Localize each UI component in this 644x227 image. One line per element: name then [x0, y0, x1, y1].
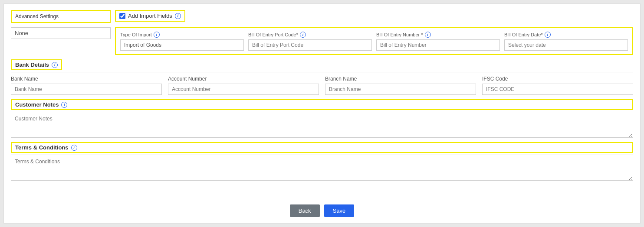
account-number-label: Account Number	[168, 76, 319, 82]
bank-fields-row: Bank Name Account Number Branch Name IFS…	[11, 76, 633, 95]
bill-of-entry-port-code-info-icon[interactable]: i	[300, 32, 306, 38]
bill-of-entry-port-code-group: Bill Of Entry Port Code* i	[248, 32, 372, 51]
ifsc-code-input[interactable]	[482, 84, 633, 95]
bank-name-group: Bank Name	[11, 76, 162, 95]
add-import-fields-box: Add Import Fields i	[115, 10, 185, 22]
bank-name-label: Bank Name	[11, 76, 162, 82]
customer-notes-info-icon[interactable]: i	[61, 102, 67, 108]
customer-notes-header: Customer Notes i	[11, 99, 633, 110]
account-number-input[interactable]	[168, 84, 319, 95]
terms-conditions-info-icon[interactable]: i	[71, 145, 77, 151]
import-fields-outline: Type Of Import i Import of Goods Import …	[115, 27, 633, 55]
terms-conditions-section: Terms & Conditions i	[11, 142, 633, 181]
back-button[interactable]: Back	[290, 204, 320, 217]
bill-of-entry-number-info-icon[interactable]: i	[425, 32, 431, 38]
settings-fields-row: None Option 1 Option 2 Type Of Import i …	[11, 27, 633, 55]
bill-of-entry-number-label: Bill Of Entry Number * i	[376, 32, 500, 38]
customer-notes-textarea[interactable]	[11, 112, 633, 138]
terms-conditions-textarea[interactable]	[11, 155, 633, 181]
type-of-import-label: Type Of Import i	[120, 32, 244, 38]
bank-details-section: Bank Details i Bank Name Account Number …	[11, 59, 633, 95]
bill-of-entry-number-group: Bill Of Entry Number * i	[376, 32, 500, 51]
bill-of-entry-date-info-icon[interactable]: i	[545, 32, 551, 38]
branch-name-label: Branch Name	[325, 76, 476, 82]
bank-name-input[interactable]	[11, 84, 162, 95]
branch-name-input[interactable]	[325, 84, 476, 95]
bill-of-entry-port-code-input[interactable]	[248, 39, 372, 51]
bill-of-entry-date-input[interactable]	[504, 39, 628, 51]
top-row: Advanced Settings Add Import Fields i	[11, 10, 633, 23]
ifsc-code-group: IFSC Code	[482, 76, 633, 95]
bank-divider	[11, 72, 633, 72]
save-button[interactable]: Save	[324, 204, 355, 217]
branch-name-group: Branch Name	[325, 76, 476, 95]
main-container: Advanced Settings Add Import Fields i No…	[3, 3, 641, 224]
type-of-import-info-icon[interactable]: i	[154, 32, 160, 38]
add-import-fields-checkbox[interactable]	[119, 13, 125, 19]
ifsc-code-label: IFSC Code	[482, 76, 633, 82]
bill-of-entry-date-group: Bill Of Entry Date* i	[504, 32, 628, 51]
add-import-fields-label: Add Import Fields	[128, 13, 172, 19]
bank-details-info-icon[interactable]: i	[52, 62, 58, 68]
add-import-fields-info-icon[interactable]: i	[175, 13, 181, 19]
bill-of-entry-port-code-label: Bill Of Entry Port Code* i	[248, 32, 372, 38]
terms-conditions-header: Terms & Conditions i	[11, 142, 633, 153]
bill-of-entry-number-input[interactable]	[376, 39, 500, 51]
bank-details-header: Bank Details i	[11, 59, 62, 70]
advanced-settings-dropdown[interactable]: None Option 1 Option 2	[11, 27, 111, 39]
type-of-import-group: Type Of Import i Import of Goods Import …	[120, 32, 244, 51]
customer-notes-section: Customer Notes i	[11, 99, 633, 138]
account-number-group: Account Number	[168, 76, 319, 95]
advanced-settings-box: Advanced Settings	[11, 10, 111, 23]
bill-of-entry-date-label: Bill Of Entry Date* i	[504, 32, 628, 38]
advanced-settings-label: Advanced Settings	[15, 13, 106, 19]
button-row: Back Save	[11, 201, 633, 217]
type-of-import-select[interactable]: Import of Goods Import of Services	[120, 39, 244, 51]
